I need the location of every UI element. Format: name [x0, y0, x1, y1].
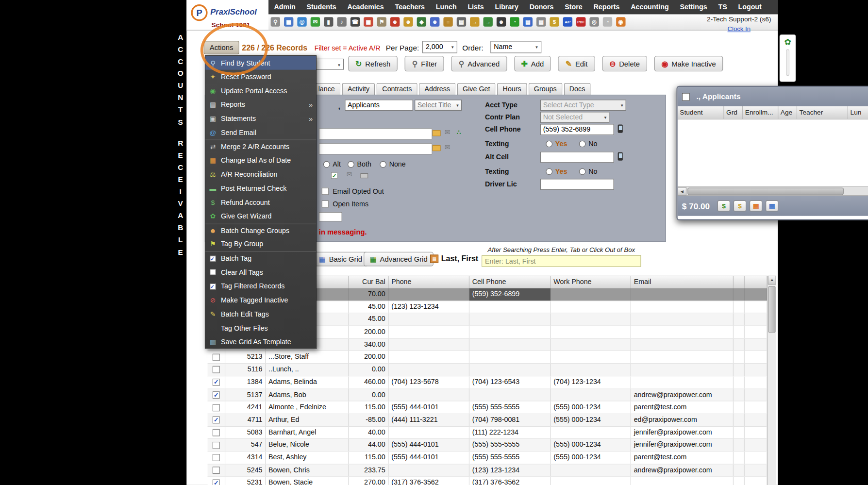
nav-item-ts[interactable]: TS — [713, 3, 733, 11]
menu-item-post-returned-check[interactable]: ▬Post Returned Check — [205, 182, 316, 196]
col-header-cur-bal[interactable]: Cur Bal — [349, 276, 388, 288]
col-header-phone[interactable]: Phone — [388, 276, 469, 288]
scroll-left-button[interactable]: ◀ — [678, 187, 686, 195]
phone-icon[interactable]: ☎ — [351, 17, 360, 26]
printer-icon[interactable] — [360, 173, 368, 178]
folder-icon[interactable] — [433, 130, 441, 136]
grid-template-icon[interactable]: ▦ — [766, 201, 778, 212]
row-checkbox[interactable]: ✓ — [213, 391, 220, 399]
title-select[interactable]: Select Title — [415, 100, 462, 111]
tab-hours[interactable]: Hours — [497, 83, 527, 95]
email-opted-out-checkbox[interactable] — [322, 188, 329, 195]
filter-button[interactable]: ⚲Filter — [405, 56, 444, 71]
order-select[interactable]: Name — [490, 41, 541, 53]
cell-phone-input[interactable] — [540, 124, 614, 135]
first-name-input[interactable] — [345, 100, 413, 111]
advanced-grid-button[interactable]: ▦ Advanced Grid — [364, 252, 434, 267]
row-checkbox[interactable] — [213, 353, 220, 361]
people-icon[interactable]: ☻ — [430, 17, 439, 26]
globe-icon[interactable]: ◎ — [589, 17, 599, 26]
basic-grid-button[interactable]: ▦ Basic Grid — [313, 252, 368, 267]
advanced-button[interactable]: ⚲Advanced — [451, 56, 507, 71]
menu-item-merge-2-a-r-accounts[interactable]: ⇄Merge 2 A/R Accounts — [205, 140, 316, 154]
edit-button[interactable]: ✎Edit — [558, 56, 595, 71]
row-checkbox[interactable]: ✓ — [213, 379, 220, 386]
menu-item-change-bal-as-of-date[interactable]: ▦Change Bal As of Date — [205, 153, 316, 167]
menu-item-reports[interactable]: ▤Reports» — [205, 98, 316, 112]
menu-item-tag-by-group[interactable]: ⚑Tag By Group — [205, 237, 316, 251]
row-checkbox[interactable] — [213, 429, 220, 436]
menu-item-tag-filtered-records[interactable]: ✓Tag Filtered Records — [205, 279, 316, 293]
tab-give-get[interactable]: Give Get — [457, 83, 496, 95]
delete-button[interactable]: ⊖Delete — [602, 56, 647, 71]
menu-item-make-tagged-inactive[interactable]: ⊘Make Tagged Inactive — [205, 293, 316, 307]
refresh-button[interactable]: ↻Refresh — [348, 56, 398, 71]
speaker-icon[interactable]: ♪ — [337, 17, 346, 26]
panel-col-enrollm[interactable]: Enrollm... — [743, 106, 778, 119]
panel-col-lun[interactable]: Lun — [848, 106, 868, 119]
email-icon[interactable]: @ — [297, 17, 306, 26]
pdf-icon[interactable]: PDF — [576, 17, 585, 26]
table-vertical-scrollbar[interactable]: ▲ — [767, 276, 776, 485]
table-row[interactable]: 5116..Lunch, ..0.00 — [208, 364, 768, 376]
envelope-icon[interactable]: ✉ — [347, 170, 352, 178]
row-checkbox[interactable]: ✓ — [213, 479, 220, 485]
both-radio[interactable] — [348, 161, 354, 168]
clock-in-link[interactable]: Clock In — [728, 25, 751, 32]
tab-groups[interactable]: Groups — [528, 83, 562, 95]
row-checkbox[interactable] — [213, 442, 220, 449]
table-row[interactable]: 4241Almonte , Edelnize115.00(555) 444-01… — [208, 401, 768, 414]
table-row[interactable]: ✓5231Bowen, Stacie270.00(317) 376-3562(3… — [208, 477, 768, 485]
nav-item-accounting[interactable]: Accounting — [625, 3, 674, 11]
row-checkbox[interactable]: ✓ — [213, 417, 220, 424]
nav-item-lists[interactable]: Lists — [462, 3, 489, 11]
ap-icon[interactable]: A/P — [563, 17, 572, 26]
panel-col-student[interactable]: Student — [678, 106, 724, 119]
person-red-icon[interactable]: ☻ — [390, 17, 400, 26]
grid-icon[interactable]: ▦ — [284, 17, 293, 26]
person-dark-icon[interactable]: ☻ — [497, 17, 506, 26]
col-header-work-phone[interactable]: Work Phone — [551, 276, 631, 288]
list-blue-icon[interactable]: ▤ — [523, 17, 533, 26]
email-field-1[interactable] — [319, 129, 433, 140]
nav-item-lunch[interactable]: Lunch — [430, 3, 462, 11]
mobile-phone-icon[interactable] — [618, 152, 623, 161]
menu-item-statements[interactable]: ▣Statements» — [205, 112, 316, 126]
panel-horizontal-scrollbar[interactable]: ◀ — [678, 186, 868, 195]
per-page-select[interactable]: 2,000 — [422, 41, 457, 53]
keyboard-icon[interactable]: ▤ — [536, 17, 546, 26]
menu-item-reset-password[interactable]: ✦Reset Password — [205, 70, 316, 84]
col-header[interactable] — [734, 276, 745, 288]
folder-dollar-icon[interactable]: $ — [550, 17, 559, 26]
texting-yes-radio[interactable] — [546, 141, 552, 148]
phone-list-icon[interactable]: ▤ — [457, 17, 466, 26]
nav-item-reports[interactable]: Reports — [588, 3, 625, 11]
panel-checkbox[interactable] — [682, 93, 690, 100]
panel-col-age[interactable]: Age — [778, 106, 797, 119]
texting2-yes-radio[interactable] — [546, 168, 552, 175]
alt-radio[interactable] — [323, 161, 330, 168]
chat-icon[interactable]: ✉ — [311, 17, 320, 26]
nav-item-donors[interactable]: Donors — [524, 3, 559, 11]
tab-contracts[interactable]: Contracts — [377, 83, 417, 95]
menu-item-batch-edit-tags[interactable]: ✎Batch Edit Tags — [205, 307, 316, 321]
export-icon[interactable]: → — [483, 17, 492, 26]
tab-address[interactable]: Address — [419, 83, 455, 95]
acct-type-select[interactable]: Select Acct Type — [540, 100, 626, 111]
menu-item-a-r-reconciliation[interactable]: ⚖A/R Reconciliation — [205, 167, 316, 182]
add-button[interactable]: ✚Add — [514, 56, 551, 71]
contr-plan-select[interactable]: Not Selected — [540, 112, 610, 123]
widget-scroll-track[interactable] — [786, 49, 789, 76]
merge-dots-icon[interactable]: ∴ — [457, 129, 461, 136]
megaphone-icon[interactable]: ⚑ — [377, 17, 386, 26]
store-grid-icon[interactable]: ▦ — [750, 201, 762, 212]
grid-template-select[interactable] — [313, 59, 344, 70]
person-gold-icon[interactable]: ☻ — [403, 17, 413, 26]
nav-item-admin[interactable]: Admin — [268, 3, 301, 11]
nav-item-academics[interactable]: Academics — [342, 3, 389, 11]
nav-item-library[interactable]: Library — [489, 3, 524, 11]
scroll-up-button[interactable]: ▲ — [768, 276, 776, 284]
menu-item-batch-change-groups[interactable]: ☻Batch Change Groups — [205, 223, 316, 237]
scroll-thumb[interactable] — [768, 286, 776, 333]
row-checkbox[interactable] — [213, 366, 220, 373]
